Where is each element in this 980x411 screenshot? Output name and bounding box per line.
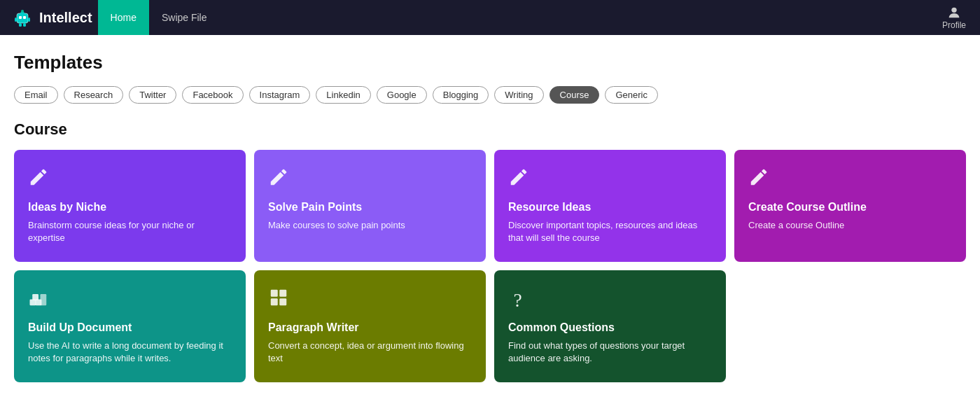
svg-rect-17	[279, 298, 286, 305]
empty-card-slot	[734, 270, 966, 382]
svg-rect-16	[271, 298, 278, 305]
bottom-cards-grid: Build Up Document Use the AI to write a …	[14, 270, 966, 382]
main-content: Templates Email Research Twitter Faceboo…	[0, 35, 980, 399]
card-create-course-outline[interactable]: Create Course Outline Create a course Ou…	[734, 150, 966, 262]
tab-twitter[interactable]: Twitter	[129, 86, 176, 104]
card-title: Build Up Document	[28, 321, 232, 334]
tab-facebook[interactable]: Facebook	[182, 86, 243, 104]
card-desc: Discover important topics, resources and…	[508, 219, 712, 244]
svg-text:?: ?	[514, 289, 522, 309]
card-desc: Convert a concept, idea or argument into…	[268, 340, 472, 365]
card-title: Ideas by Niche	[28, 201, 232, 214]
svg-rect-2	[23, 16, 26, 19]
card-title: Solve Pain Points	[268, 201, 472, 214]
page-title: Templates	[14, 52, 966, 74]
pencil-icon	[28, 167, 232, 193]
card-paragraph-writer[interactable]: Paragraph Writer Convert a concept, idea…	[254, 270, 486, 382]
nav-links: Home Swipe File	[98, 0, 220, 35]
section-title: Course	[14, 120, 966, 139]
card-common-questions[interactable]: ? Common Questions Find out what types o…	[494, 270, 726, 382]
card-resource-ideas[interactable]: Resource Ideas Discover important topics…	[494, 150, 726, 262]
tab-writing[interactable]: Writing	[494, 86, 543, 104]
brand-name: Intellect	[39, 10, 92, 26]
svg-rect-8	[23, 23, 26, 27]
card-desc: Find out what types of questions your ta…	[508, 340, 712, 365]
tab-instagram[interactable]: Instagram	[249, 86, 311, 104]
profile-icon	[946, 5, 962, 20]
card-desc: Brainstorm course ideas for your niche o…	[28, 219, 232, 244]
tab-course[interactable]: Course	[550, 86, 600, 104]
svg-rect-14	[271, 290, 278, 297]
card-desc: Make courses to solve pain points	[268, 219, 472, 232]
card-title: Resource Ideas	[508, 201, 712, 214]
brand: Intellect	[11, 6, 92, 29]
svg-rect-10	[30, 300, 36, 306]
card-build-up-document[interactable]: Build Up Document Use the AI to write a …	[14, 270, 246, 382]
navbar: Intellect Home Swipe File Profile	[0, 0, 980, 35]
tab-email[interactable]: Email	[14, 86, 58, 104]
card-ideas-by-niche[interactable]: Ideas by Niche Brainstorm course ideas f…	[14, 150, 246, 262]
pencil-icon	[508, 167, 712, 193]
svg-rect-0	[17, 13, 28, 23]
profile-button[interactable]: Profile	[942, 5, 966, 30]
card-desc: Create a course Outline	[748, 219, 952, 232]
blocks-icon	[28, 287, 232, 313]
svg-rect-7	[19, 23, 22, 27]
crosshair-icon	[268, 287, 472, 313]
tab-google[interactable]: Google	[377, 86, 427, 104]
question-icon: ?	[508, 287, 712, 313]
svg-rect-13	[41, 294, 47, 305]
svg-rect-1	[19, 16, 22, 19]
svg-point-9	[951, 8, 956, 13]
svg-rect-12	[32, 294, 38, 300]
svg-rect-15	[279, 290, 286, 297]
filter-tabs: Email Research Twitter Facebook Instagra…	[14, 86, 966, 104]
nav-swipe-file[interactable]: Swipe File	[149, 0, 220, 35]
card-title: Paragraph Writer	[268, 321, 472, 334]
svg-rect-6	[28, 18, 30, 22]
tab-blogging[interactable]: Blogging	[433, 86, 489, 104]
tab-generic[interactable]: Generic	[605, 86, 658, 104]
card-solve-pain-points[interactable]: Solve Pain Points Make courses to solve …	[254, 150, 486, 262]
tab-linkedin[interactable]: Linkedin	[316, 86, 370, 104]
nav-home[interactable]: Home	[98, 0, 149, 35]
robot-icon	[11, 6, 34, 29]
top-cards-grid: Ideas by Niche Brainstorm course ideas f…	[14, 150, 966, 262]
tab-research[interactable]: Research	[64, 86, 124, 104]
svg-rect-5	[15, 18, 17, 22]
card-desc: Use the AI to write a long document by f…	[28, 340, 232, 365]
card-title: Create Course Outline	[748, 201, 952, 214]
card-title: Common Questions	[508, 321, 712, 334]
pencil-icon	[268, 167, 472, 193]
svg-point-4	[21, 10, 24, 13]
pencil-icon	[748, 167, 952, 193]
profile-label: Profile	[942, 20, 966, 30]
